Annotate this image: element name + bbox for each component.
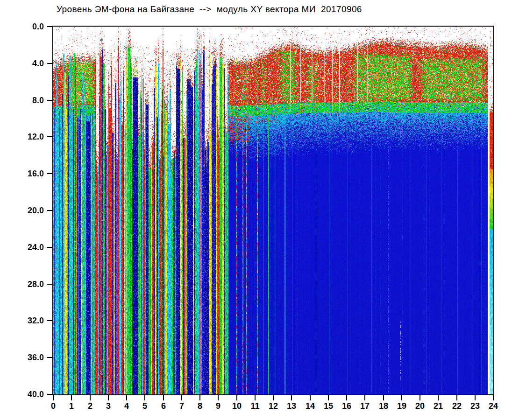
x-tick-label: 15 — [318, 401, 339, 411]
x-tick-mark — [181, 395, 182, 400]
y-tick-mark — [47, 320, 53, 321]
x-tick-mark — [383, 395, 384, 400]
x-tick-mark — [364, 395, 365, 400]
y-tick-mark — [47, 247, 53, 248]
x-tick-label: 4 — [116, 401, 137, 411]
x-tick-label: 1 — [61, 401, 82, 411]
x-tick-label: 22 — [447, 401, 467, 411]
plot-area — [52, 26, 494, 395]
x-tick-label: 5 — [135, 401, 155, 411]
spectrogram-canvas — [53, 27, 493, 394]
x-tick-label: 12 — [263, 401, 284, 411]
x-tick-label: 24 — [483, 401, 504, 411]
y-tick-mark — [47, 63, 53, 64]
x-tick-label: 13 — [281, 401, 302, 411]
x-tick-mark — [218, 395, 219, 400]
x-tick-label: 14 — [300, 401, 320, 411]
y-tick-label: 4.0 — [0, 59, 44, 68]
y-tick-label: 20.0 — [0, 206, 44, 215]
y-tick-label: 0.0 — [0, 22, 44, 31]
x-tick-label: 11 — [245, 401, 265, 411]
x-tick-label: 19 — [391, 401, 412, 411]
x-tick-mark — [420, 395, 420, 400]
x-tick-label: 3 — [98, 401, 119, 411]
x-tick-mark — [310, 395, 311, 400]
x-tick-mark — [438, 395, 439, 400]
x-tick-label: 7 — [171, 401, 192, 411]
y-tick-label: 8.0 — [0, 96, 44, 105]
x-tick-mark — [401, 395, 402, 400]
x-tick-mark — [108, 395, 109, 400]
y-tick-mark — [47, 100, 53, 101]
y-tick-label: 40.0 — [0, 390, 44, 399]
spectrogram-page: Уровень ЭМ-фона на Байгазане --> модуль … — [0, 0, 512, 420]
x-tick-label: 10 — [227, 401, 247, 411]
x-tick-label: 6 — [153, 401, 174, 411]
y-tick-label: 24.0 — [0, 243, 44, 252]
x-tick-mark — [291, 395, 292, 400]
chart-title: Уровень ЭМ-фона на Байгазане --> модуль … — [57, 4, 362, 14]
y-tick-mark — [47, 26, 53, 27]
x-tick-mark — [475, 395, 476, 400]
x-tick-label: 17 — [355, 401, 375, 411]
x-tick-mark — [493, 395, 494, 400]
y-tick-label: 12.0 — [0, 132, 44, 141]
x-tick-mark — [126, 395, 127, 400]
x-tick-mark — [144, 395, 145, 400]
y-tick-mark — [47, 357, 53, 358]
x-tick-mark — [53, 395, 54, 400]
y-tick-mark — [47, 136, 53, 137]
x-tick-mark — [163, 395, 164, 400]
x-tick-mark — [71, 395, 72, 400]
y-tick-mark — [47, 210, 53, 211]
y-tick-mark — [47, 173, 53, 174]
x-tick-mark — [273, 395, 274, 400]
x-tick-mark — [328, 395, 329, 400]
x-tick-label: 21 — [428, 401, 448, 411]
x-tick-label: 23 — [465, 401, 485, 411]
y-tick-mark — [47, 284, 53, 285]
x-tick-label: 2 — [80, 401, 100, 411]
y-tick-label: 28.0 — [0, 280, 44, 289]
x-tick-mark — [255, 395, 256, 400]
x-tick-mark — [199, 395, 200, 400]
x-tick-mark — [236, 395, 237, 400]
x-tick-mark — [346, 395, 347, 400]
y-tick-label: 32.0 — [0, 316, 44, 325]
x-tick-mark — [90, 395, 91, 400]
x-tick-label: 9 — [208, 401, 228, 411]
y-tick-label: 16.0 — [0, 169, 44, 178]
x-tick-label: 8 — [190, 401, 210, 411]
x-tick-mark — [456, 395, 457, 400]
y-tick-label: 36.0 — [0, 353, 44, 362]
x-tick-label: 18 — [373, 401, 394, 411]
x-tick-label: 16 — [336, 401, 357, 411]
x-tick-label: 0 — [43, 401, 64, 411]
x-tick-label: 20 — [410, 401, 430, 411]
